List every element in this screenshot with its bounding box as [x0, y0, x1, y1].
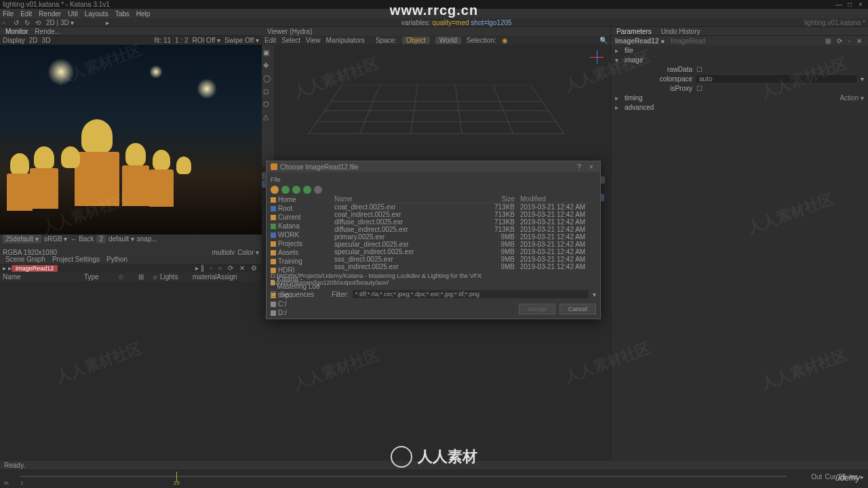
file-row[interactable]: primary.0025.exr9MB2019-03-21 12:42 AM [334, 233, 596, 241]
dialog-file-menu[interactable]: File [271, 175, 596, 184]
tb-render-icon[interactable]: ▸ [106, 19, 109, 26]
mon-snap[interactable]: snap... [137, 235, 157, 243]
dialog-help[interactable]: ? [574, 163, 584, 171]
col-modified[interactable]: Modified [515, 195, 596, 203]
v-select[interactable]: Select [281, 37, 300, 44]
tree-item[interactable]: Root [271, 204, 332, 213]
axis-gizmo[interactable] [590, 50, 604, 64]
mon-default[interactable]: default ▾ [108, 235, 134, 243]
file-row[interactable]: coat_direct.0025.exr713KB2019-03-21 12:4… [334, 203, 596, 211]
tab-undo[interactable]: Undo History [661, 28, 701, 35]
v-edit[interactable]: Edit [264, 37, 276, 44]
col-name[interactable]: Name [334, 195, 481, 203]
tb-icon-3[interactable]: ↻ [24, 19, 31, 26]
tab-viewer[interactable]: Viewer (Hydra) [267, 28, 313, 35]
menu-tabs[interactable]: Tabs [115, 10, 130, 18]
menu-layouts[interactable]: Layouts [85, 10, 108, 18]
menu-file[interactable]: File [3, 10, 14, 18]
cancel-button[interactable]: Cancel [559, 304, 596, 314]
tool-select[interactable]: ▣ [263, 49, 273, 56]
mon-swipe[interactable]: Swipe Off ▾ [224, 37, 259, 44]
tab-project-settings[interactable]: Project Settings [52, 256, 100, 263]
d-tb-4[interactable] [303, 186, 311, 194]
menu-render[interactable]: Render [39, 10, 61, 18]
tree-item[interactable]: WORK [271, 230, 332, 239]
mon-roi[interactable]: ROI Off ▾ [193, 37, 221, 44]
sg-col-type[interactable]: Type [84, 273, 118, 281]
mon-2d[interactable]: 2D [29, 37, 38, 44]
filter-input[interactable] [353, 290, 589, 298]
v-search-icon[interactable]: 🔍 [599, 37, 608, 44]
tb-icon-4[interactable]: ⟲ [35, 19, 42, 26]
d-tb-3[interactable] [292, 186, 300, 194]
file-row[interactable]: diffuse_indirect.0025.exr713KB2019-03-21… [334, 226, 596, 233]
d-tb-2[interactable] [281, 186, 290, 194]
tree-item[interactable]: Assets [271, 248, 332, 257]
param-rawdata[interactable]: rawData ☐ [611, 64, 868, 74]
v-manip[interactable]: Manipulators [326, 37, 365, 44]
tool-rotate[interactable]: ◯ [263, 75, 273, 82]
filter-dropdown-icon[interactable]: ▾ [593, 291, 596, 298]
param-hdr-icons[interactable]: ⊞ ⟳ ◦ ✕ [825, 37, 864, 45]
tool-scale[interactable]: ◻ [263, 87, 273, 95]
sg-col-i2[interactable]: ⊞ [138, 273, 152, 281]
seq-checkbox[interactable] [271, 291, 276, 297]
tb-icon-2[interactable]: ↺ [14, 19, 20, 26]
tl-in[interactable]: In [4, 480, 9, 486]
file-row[interactable]: specular_indirect.0025.exr9MB2019-03-21 … [334, 248, 596, 256]
param-timing[interactable]: ▸timingAction ▾ [611, 93, 868, 102]
d-tb-1[interactable] [271, 186, 279, 194]
menu-edit[interactable]: Edit [20, 10, 32, 18]
tool-6[interactable]: △ [263, 113, 273, 121]
window-maximize[interactable]: □ [845, 1, 854, 8]
sg-node[interactable]: ImageRead12 [12, 265, 58, 272]
tab-monitor[interactable]: Monitor [5, 28, 28, 35]
sg-col-lights[interactable]: ☼ Lights [152, 273, 193, 281]
col-size[interactable]: Size [481, 195, 515, 203]
dropdown-icon[interactable]: ▾ [861, 75, 864, 83]
tl-play[interactable]: ▸ [861, 473, 864, 481]
var-quality[interactable]: quality=med [432, 19, 469, 26]
tab-python[interactable]: Python [106, 256, 127, 263]
monitor-viewport[interactable] [0, 45, 262, 235]
mon-3d[interactable]: 3D [42, 37, 51, 44]
tab-parameters[interactable]: Parameters [616, 28, 652, 35]
menu-util[interactable]: Util [68, 10, 77, 18]
mon-num[interactable]: 2 [96, 235, 106, 243]
viewport-3d[interactable]: ▣ ✥ ◯ ◻ ⬡ △ [262, 45, 610, 167]
tree-item[interactable]: Projects [271, 239, 332, 248]
tl-out[interactable]: Out [811, 473, 822, 481]
tool-5[interactable]: ⬡ [263, 100, 273, 108]
dialog-titlebar[interactable]: Choose ImageRead12.file ? × [267, 161, 600, 172]
tree-item[interactable]: D:/ [271, 308, 332, 317]
tree-item[interactable]: C:/ [271, 300, 332, 308]
param-isproxy[interactable]: isProxy ☐ [611, 83, 868, 93]
tree-item[interactable]: Katana [271, 222, 332, 230]
param-colorspace[interactable]: colorspace auto ▾ [611, 74, 868, 83]
sg-icons[interactable]: ▸‖ ◦ ○ ⟳ ✕ ⚙ [195, 264, 259, 272]
sg-col-mat[interactable]: materialAssign [193, 273, 237, 281]
mon-back[interactable]: ← Back [70, 235, 94, 243]
dialog-close[interactable]: × [587, 163, 596, 171]
scenegraph-body[interactable] [0, 281, 262, 461]
v-object[interactable]: Object [402, 37, 430, 44]
dialog-file-list[interactable]: Name Size Modified coat_direct.0025.exr7… [334, 195, 596, 270]
param-advanced[interactable]: ▸advanced [611, 102, 868, 112]
tree-item[interactable]: Current [271, 213, 332, 222]
tree-item[interactable]: Training [271, 257, 332, 266]
tab-scenegraph[interactable]: Scene Graph [5, 256, 45, 263]
sg-col-name[interactable]: Name [3, 273, 84, 281]
tb-icon-1[interactable]: ◦ [3, 19, 9, 26]
param-file[interactable]: ▸file [611, 45, 868, 55]
tree-item[interactable]: Home [271, 195, 332, 204]
d-tb-5[interactable] [314, 186, 322, 194]
window-close[interactable]: × [856, 1, 865, 8]
window-minimize[interactable]: — [834, 1, 844, 8]
v-sel-icon[interactable]: ◉ [502, 37, 508, 44]
tool-move[interactable]: ✥ [263, 62, 273, 69]
sg-col-i1[interactable]: ☆ [118, 273, 138, 281]
tab-render[interactable]: Rende... [35, 28, 60, 35]
mon-display[interactable]: Display [3, 37, 25, 44]
checkbox-icon[interactable]: ☐ [696, 66, 703, 73]
mon-lut[interactable]: sRGB ▾ [44, 235, 67, 243]
